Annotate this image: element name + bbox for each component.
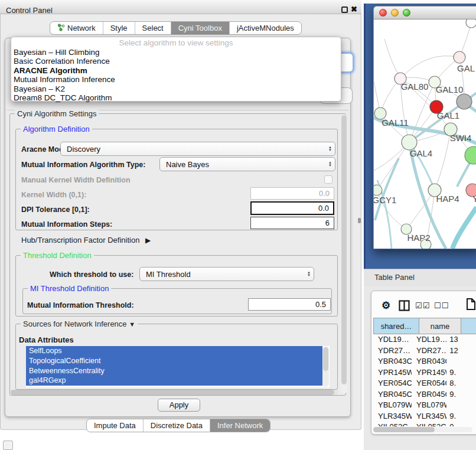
collapsed-arrow-icon[interactable]: ▶ <box>145 236 151 244</box>
tab-impute-data[interactable]: Impute Data <box>87 419 143 432</box>
table-row[interactable]: YPR145WYPR145W9. <box>373 367 476 379</box>
hub-definition-toggle[interactable]: Hub/Transcription Factor Definition ▶ <box>21 236 151 244</box>
float-window-icon[interactable] <box>341 6 348 13</box>
data-attribute-item-topologicalcoefficient[interactable]: TopologicalCoefficient <box>26 356 322 366</box>
column-header-shared[interactable]: shared… <box>373 318 419 334</box>
close-icon[interactable]: ✖ <box>351 5 357 14</box>
network-canvas[interactable]: GALGAL80GAL10GAL1GAL11SWI4GAL4GCY1HAP4YH… <box>373 19 476 249</box>
aracne-mode-select[interactable]: Discovery ▲▼ <box>60 142 335 156</box>
tab-style[interactable]: Style <box>103 22 135 34</box>
stepper-arrows-icon: ▲▼ <box>328 158 332 171</box>
algorithm-option-bayesian-k2[interactable]: Bayesian – K2 <box>11 84 341 93</box>
table-row[interactable]: YDR27…YDR27…12 <box>373 345 476 357</box>
split-columns-icon[interactable] <box>399 300 410 311</box>
network-edge <box>400 56 459 79</box>
table-cell: 9. <box>446 367 476 379</box>
tab-infer-network[interactable]: Infer Network <box>210 419 270 432</box>
collapsed-widget-icon[interactable] <box>3 441 13 450</box>
table-row[interactable]: YDL19…YDL19…13 <box>373 334 476 345</box>
mi-type-select[interactable]: Naive Bayes ▲▼ <box>159 157 335 171</box>
network-edge <box>406 190 435 229</box>
node-partial-top[interactable] <box>466 19 476 28</box>
data-attribute-item-selfloops[interactable]: SelfLoops <box>26 346 322 356</box>
aracne-mode-value: Discovery <box>67 145 100 154</box>
control-panel-tabs: NetworkStyleSelectCyni ToolboxjActiveMNo… <box>50 21 302 35</box>
settings-vertical-scrollbar[interactable] <box>341 115 347 393</box>
table-row[interactable]: YBR043CYBR043C <box>373 356 476 367</box>
cyni-bottom-tabs: Impute DataDiscretize DataInfer Network <box>86 419 270 432</box>
show-columns-icon[interactable]: ☑☑ <box>415 301 430 310</box>
table-horizontal-scrollbar[interactable] <box>373 427 472 432</box>
table-cell: YLR345W <box>412 411 446 422</box>
hub-definition-label: Hub/Transcription Factor Definition <box>21 236 139 244</box>
zoom-traffic-light-icon[interactable] <box>403 9 410 17</box>
table-row[interactable]: YLR345WYLR345W9. <box>373 411 476 422</box>
tab-label: jActiveMNodules <box>237 24 294 32</box>
node-bright-green[interactable] <box>465 146 476 164</box>
tab-label: Style <box>110 24 128 32</box>
algorithm-option-bayesian-hill-climbing[interactable]: Bayesian – Hill Climbing <box>11 48 341 57</box>
document-icon[interactable] <box>466 298 476 311</box>
column-header-a[interactable]: A <box>461 318 476 334</box>
sources-legend[interactable]: Sources for Network Inference ▼ <box>21 319 138 328</box>
mi-steps-field[interactable]: 6 <box>250 217 334 229</box>
tab-cyni-toolbox[interactable]: Cyni Toolbox <box>171 22 229 34</box>
control-panel-titlebar[interactable] <box>0 0 361 14</box>
manual-kernel-checkbox[interactable] <box>324 175 332 184</box>
node-label-y: Y <box>472 194 476 204</box>
splitter-handle[interactable] <box>358 218 361 223</box>
table-row[interactable]: YIL052CYIL052C0. <box>373 422 476 426</box>
kernel-width-field[interactable]: 0.0 <box>250 187 334 200</box>
mi-threshold-field[interactable]: 0.5 <box>248 298 331 311</box>
table-cell: YBL079W <box>412 400 446 411</box>
data-attribute-item-gal4rgexp[interactable]: gal4RGexp <box>26 376 322 386</box>
table-body: YDL19…YDL19…13YDR27…YDR27…12YBR043CYBR04… <box>373 334 476 426</box>
tab-label: Infer Network <box>217 421 263 430</box>
table-cell: YBR043C <box>412 356 446 367</box>
column-header-name[interactable]: name <box>419 318 461 334</box>
node-gal2[interactable] <box>454 51 465 63</box>
algorithm-option-aracne-algorithm[interactable]: ARACNE Algorithm <box>11 66 341 75</box>
table-row[interactable]: YBR045CYBR045C9. <box>373 389 476 400</box>
data-attributes-list[interactable]: SelfLoopsTopologicalCoefficientBetweenne… <box>26 346 330 387</box>
network-window-titlebar[interactable] <box>373 6 476 19</box>
hide-columns-icon[interactable]: ☐☐ <box>434 301 449 310</box>
node-gcy1[interactable] <box>374 185 382 195</box>
node-label-gal4: GAL4 <box>410 148 432 158</box>
algorithm-option-dream8-dc-tdc-algorithm[interactable]: Dream8 DC_TDC Algorithm <box>11 93 341 102</box>
node-label-gal80: GAL80 <box>401 81 429 92</box>
mi-type-value: Naive Bayes <box>166 160 209 169</box>
algorithm-option-mutual-information-inference[interactable]: Mutual Information Inference <box>11 75 341 84</box>
table-cell: YDR27… <box>412 345 446 357</box>
table-row[interactable]: YBL079WYBL079W <box>373 400 476 411</box>
table-panel-title: Table Panel <box>374 273 415 282</box>
expanded-arrow-icon[interactable]: ▼ <box>129 321 135 328</box>
network-icon <box>57 24 65 33</box>
apply-button[interactable]: Apply <box>158 399 200 412</box>
algorithm-option-basic-correlation-inference[interactable]: Basic Correlation Inference <box>11 57 341 66</box>
table-cell: YPR145W <box>412 367 446 379</box>
close-traffic-light-icon[interactable] <box>379 9 387 17</box>
table-cell: 13 <box>446 334 476 345</box>
table-cell <box>446 356 476 367</box>
stepper-arrows-icon: ▲▼ <box>328 142 332 155</box>
data-attribute-item-betweennesscentrality[interactable]: BetweennessCentrality <box>26 366 322 376</box>
node-label-gcy1: GCY1 <box>374 195 396 205</box>
tab-jactivemnodules[interactable]: jActiveMNodules <box>229 22 301 34</box>
which-threshold-value: MI Threshold <box>146 270 191 279</box>
table-cell: YER054C <box>412 378 446 389</box>
settings-horizontal-scrollbar[interactable] <box>11 390 338 395</box>
minimize-traffic-light-icon[interactable] <box>391 9 399 17</box>
tab-select[interactable]: Select <box>135 22 171 34</box>
table-row[interactable]: YER054CYER054C8. <box>373 378 476 389</box>
tab-network[interactable]: Network <box>50 22 103 34</box>
attributes-list-scrollbar[interactable] <box>322 347 329 387</box>
mi-steps-label: Mutual Information Steps: <box>21 220 112 229</box>
node-gray[interactable] <box>457 94 472 109</box>
table-cell: 9. <box>446 411 476 422</box>
app-root: Control Panel ✖ NetworkStyleSelectCyni T… <box>0 0 476 450</box>
gear-icon[interactable]: ⚙ <box>382 299 390 312</box>
which-threshold-select[interactable]: MI Threshold ▲▼ <box>139 267 314 281</box>
tab-discretize-data[interactable]: Discretize Data <box>143 419 210 432</box>
dpi-tolerance-field[interactable]: 0.0 <box>250 201 334 215</box>
